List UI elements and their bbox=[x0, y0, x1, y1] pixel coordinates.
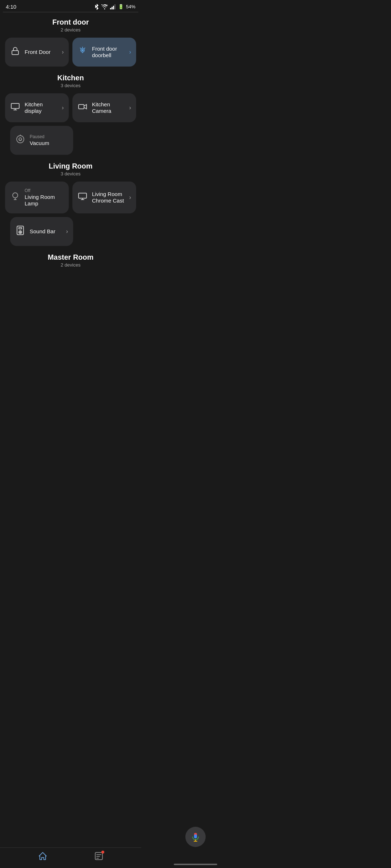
svg-rect-3 bbox=[114, 4, 115, 9]
lamp-text: Off Living Room Lamp bbox=[25, 188, 64, 207]
lamp-status: Off bbox=[25, 188, 64, 193]
svg-rect-7 bbox=[11, 103, 19, 109]
front-door-name: Front Door bbox=[25, 49, 58, 55]
kitchen-camera-text: Kitchen Camera bbox=[92, 101, 125, 114]
section-header-living-room: Living Room 3 devices bbox=[0, 162, 141, 176]
lamp-icon bbox=[10, 192, 20, 203]
device-card-chromecast[interactable]: Living Room Chrome Cast › bbox=[72, 182, 136, 213]
svg-rect-14 bbox=[79, 193, 87, 198]
living-room-grid-row2: Sound Bar › bbox=[0, 217, 141, 246]
status-bar: 4:10 🔋 54% bbox=[0, 0, 141, 12]
device-card-kitchen-camera[interactable]: Kitchen Camera › bbox=[72, 93, 136, 122]
doorbell-icon bbox=[77, 47, 88, 58]
kitchen-display-text: Kitchen display bbox=[25, 101, 58, 114]
master-room-title: Master Room bbox=[0, 253, 141, 261]
wifi-icon bbox=[101, 4, 108, 9]
section-header-front-door: Front door 2 devices bbox=[0, 18, 141, 33]
svg-rect-0 bbox=[110, 8, 111, 9]
section-kitchen: Kitchen 3 devices Kitchen display › bbox=[0, 74, 141, 155]
svg-rect-1 bbox=[112, 7, 113, 9]
vacuum-text: Paused Vacuum bbox=[30, 134, 68, 146]
living-room-subtitle: 3 devices bbox=[0, 171, 141, 176]
kitchen-title: Kitchen bbox=[0, 74, 141, 82]
svg-point-6 bbox=[82, 50, 83, 51]
device-card-doorbell[interactable]: Front door doorbell › bbox=[72, 38, 136, 67]
section-master-room: Master Room 2 devices bbox=[0, 253, 141, 276]
section-living-room: Living Room 3 devices Off Living Room La… bbox=[0, 162, 141, 246]
device-card-kitchen-display[interactable]: Kitchen display › bbox=[5, 93, 69, 122]
section-header-master-room: Master Room 2 devices bbox=[0, 253, 141, 268]
lock-icon bbox=[10, 47, 20, 58]
doorbell-name: Front door doorbell bbox=[92, 46, 125, 59]
device-card-front-door[interactable]: Front Door › bbox=[5, 38, 69, 67]
vacuum-name: Vacuum bbox=[30, 140, 68, 146]
section-front-door: Front door 2 devices Front Door › bbox=[0, 18, 141, 67]
svg-rect-2 bbox=[113, 6, 114, 9]
living-room-title: Living Room bbox=[0, 162, 141, 170]
svg-point-10 bbox=[17, 136, 24, 143]
master-room-subtitle: 2 devices bbox=[0, 262, 141, 268]
kitchen-camera-arrow: › bbox=[129, 105, 131, 111]
front-door-grid: Front Door › Front door doorbell › bbox=[0, 38, 141, 67]
svg-rect-18 bbox=[19, 227, 22, 229]
kitchen-grid-row2: Paused Vacuum bbox=[0, 126, 141, 155]
device-card-lamp[interactable]: Off Living Room Lamp bbox=[5, 182, 69, 213]
soundbar-text: Sound Bar bbox=[30, 228, 62, 235]
front-door-text: Front Door bbox=[25, 49, 58, 55]
camera-icon bbox=[77, 103, 88, 112]
kitchen-subtitle: 3 devices bbox=[0, 83, 141, 88]
front-door-subtitle: 2 devices bbox=[0, 27, 141, 33]
vacuum-icon bbox=[15, 135, 25, 146]
svg-point-17 bbox=[20, 232, 21, 233]
signal-icon bbox=[110, 4, 116, 9]
vacuum-status: Paused bbox=[30, 134, 68, 139]
svg-rect-4 bbox=[12, 51, 18, 55]
doorbell-text: Front door doorbell bbox=[92, 46, 125, 59]
living-room-grid-row1: Off Living Room Lamp Living Room Chrome … bbox=[0, 182, 141, 213]
chromecast-arrow: › bbox=[129, 194, 131, 201]
kitchen-camera-name: Kitchen Camera bbox=[92, 101, 125, 114]
chromecast-icon bbox=[77, 193, 88, 202]
battery-percent: 54% bbox=[126, 4, 135, 9]
svg-marker-9 bbox=[84, 105, 87, 109]
battery-icon: 🔋 bbox=[118, 4, 124, 9]
status-icons: 🔋 54% bbox=[94, 4, 135, 10]
kitchen-display-arrow: › bbox=[62, 105, 64, 111]
soundbar-arrow: › bbox=[66, 228, 68, 235]
display-icon bbox=[10, 103, 20, 112]
bluetooth-icon bbox=[94, 4, 99, 10]
soundbar-name: Sound Bar bbox=[30, 228, 62, 235]
front-door-arrow: › bbox=[62, 49, 64, 55]
chromecast-name: Living Room Chrome Cast bbox=[92, 191, 125, 204]
header-divider bbox=[3, 12, 138, 12]
status-time: 4:10 bbox=[6, 4, 16, 10]
device-card-vacuum[interactable]: Paused Vacuum bbox=[10, 126, 73, 155]
device-card-soundbar[interactable]: Sound Bar › bbox=[10, 217, 73, 246]
doorbell-arrow: › bbox=[129, 49, 131, 55]
kitchen-display-name: Kitchen display bbox=[25, 101, 58, 114]
lamp-name: Living Room Lamp bbox=[25, 194, 64, 207]
svg-rect-8 bbox=[79, 105, 84, 109]
kitchen-grid-row1: Kitchen display › Kitchen Camera › bbox=[0, 93, 141, 122]
front-door-title: Front door bbox=[0, 18, 141, 26]
chromecast-text: Living Room Chrome Cast bbox=[92, 191, 125, 204]
section-header-kitchen: Kitchen 3 devices bbox=[0, 74, 141, 88]
svg-point-13 bbox=[13, 193, 18, 198]
speaker-icon bbox=[15, 226, 25, 237]
